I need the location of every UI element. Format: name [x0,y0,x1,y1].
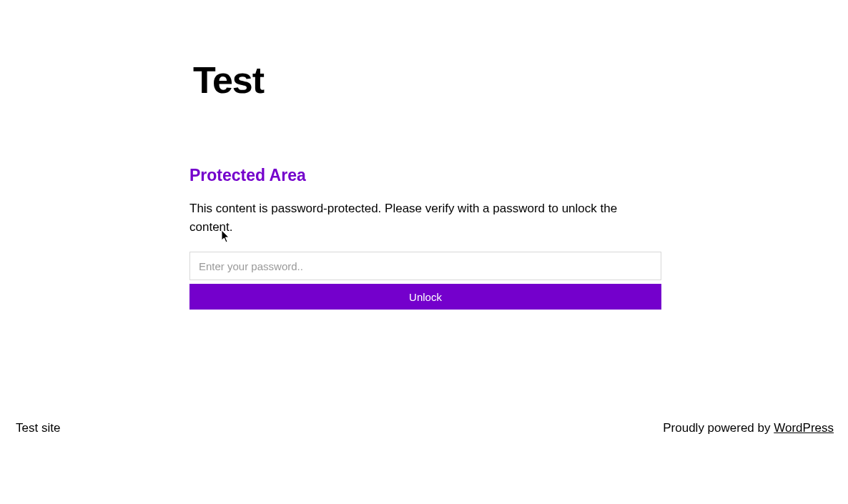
footer-powered-by: Proudly powered by WordPress [663,421,834,435]
password-input[interactable] [189,252,661,280]
footer-site-name[interactable]: Test site [16,421,60,435]
footer-powered-text: Proudly powered by [663,421,774,435]
wordpress-link[interactable]: WordPress [774,421,834,435]
protected-area-heading: Protected Area [189,166,661,185]
footer: Test site Proudly powered by WordPress [0,421,848,435]
site-title: Test [189,59,661,102]
protected-description: This content is password-protected. Plea… [189,199,661,236]
unlock-button[interactable]: Unlock [189,284,661,310]
main-content: Test Protected Area This content is pass… [189,0,661,310]
